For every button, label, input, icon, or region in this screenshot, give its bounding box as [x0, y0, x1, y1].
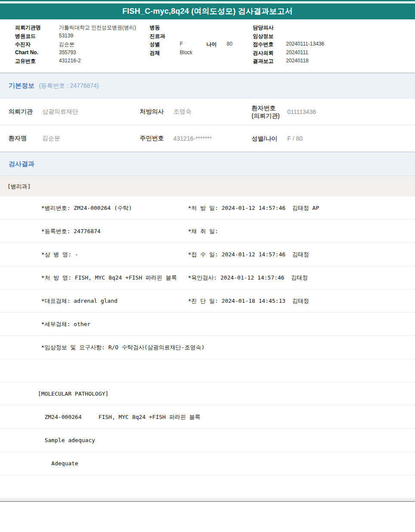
header-row: 수진자 김순분 성별 F 나이 80 접수번호 20240111-13436 — [0, 41, 415, 49]
field-value: 011113436 — [287, 108, 316, 115]
header-row: Chart No. 355793 검체 Block 검사의뢰 20240111 — [0, 49, 415, 58]
result-row: *세부검체: other — [0, 313, 415, 336]
field-label: 수진자 — [15, 41, 31, 48]
result-left-text: *상 병 명: - — [38, 243, 78, 266]
table-row: 환자명 김순분 주민번호 431216-******* 성별/나이 F / 80 — [0, 125, 415, 152]
field-value: 20240111 — [286, 49, 308, 55]
result-row: *등록번호: 24776874 *채 취 일: — [0, 220, 415, 243]
field-label: 환자명 — [9, 135, 27, 142]
header-row: 병원코드 53139 진료과 임상정보 — [0, 33, 415, 41]
header-row: 의뢰기관명 가톨릭대학교 인천성모병원(병리) 병동 담당의사 — [0, 24, 415, 33]
report-page: FISH_C-myc,8q24 (여의도성모) 검사결과보고서 의뢰기관명 가톨… — [0, 0, 415, 532]
field-value: F / 80 — [287, 135, 303, 142]
result-left-text: [MOLECULAR PATHOLOGY] — [38, 382, 108, 405]
field-value: 김순분 — [59, 41, 74, 48]
result-row: *상 병 명: - *접 수 일: 2024-01-12 14:57:46 김태… — [0, 243, 415, 266]
result-row: ZM24-000264 FISH, MYC 8q24 +FISH 파라핀 블록 — [0, 406, 415, 429]
field-label: 담당의사 — [253, 24, 274, 31]
result-left-text: *임상정보 및 요구사항: R/O 수탁검사(삼광의료재단-조영숙) — [38, 336, 205, 359]
result-row: Sample adequacy — [0, 429, 415, 452]
field-label: 의뢰기관 — [9, 108, 33, 116]
result-left-text: *등록번호: 24776874 — [38, 220, 101, 243]
field-value: 53139 — [59, 33, 73, 39]
field-label: Chart No. — [15, 49, 38, 55]
field-value: 가톨릭대학교 인천성모병원(병리) — [59, 24, 136, 31]
field-label: 진료과 — [150, 33, 165, 40]
registration-number: (등록번호 : 24776874) — [39, 82, 98, 89]
field-label: 성별 — [150, 41, 160, 48]
result-left-text: *처 방 명: FISH, MYC 8q24 +FISH 파라핀 블록 — [38, 266, 177, 289]
field-value: 조영숙 — [173, 108, 191, 116]
result-right-text: *육안검사: 2024-01-12 14:57:46 김태정 — [188, 266, 308, 289]
result-row: *병리번호: ZM24-000264 (수탁) *처 방 일: 2024-01-… — [0, 197, 415, 220]
field-label: 결과보고 — [253, 58, 274, 65]
field-label: 처방의사 — [140, 108, 164, 116]
field-label: 나이 — [206, 41, 217, 48]
table-row: 의뢰기관 삼광의료재단 처방의사 조영숙 환자번호 (의뢰기관) 0111134… — [0, 98, 415, 125]
report-title-bar: FISH_C-myc,8q24 (여의도성모) 검사결과보고서 — [0, 3, 415, 19]
result-right-text: *접 수 일: 2024-01-12 14:57:46 김태정 — [188, 243, 309, 266]
field-label: 병동 — [150, 24, 160, 31]
result-left-text: Sample adequacy — [38, 429, 95, 452]
result-left-text: ZM24-000264 FISH, MYC 8q24 +FISH 파라핀 블록 — [38, 406, 200, 428]
header-row: 고유번호 431216-2 결과보고 20240118 — [0, 58, 415, 66]
field-value: 431216-2 — [59, 58, 81, 64]
basic-info-title: 기본정보 — [9, 82, 34, 89]
bottom-band — [0, 498, 415, 502]
field-value: 20240111-13436 — [286, 41, 324, 47]
result-row — [0, 475, 415, 498]
field-label: 임상정보 — [253, 33, 274, 40]
result-row — [0, 359, 415, 382]
field-value: 431216-******* — [173, 135, 212, 142]
result-right-text: *진 단 일: 2024-01-18 14:45:13 김태정 — [188, 289, 309, 312]
result-left-text: *대표검체: adrenal gland — [38, 289, 117, 312]
basic-info-table: 의뢰기관 삼광의료재단 처방의사 조영숙 환자번호 (의뢰기관) 0111134… — [0, 98, 415, 152]
field-label: 접수번호 — [253, 41, 274, 48]
result-right-text: *채 취 일: — [188, 220, 218, 243]
result-row: Adequate — [0, 452, 415, 475]
report-title: FISH_C-myc,8q24 (여의도성모) 검사결과보고서 — [122, 7, 292, 15]
result-row: *대표검체: adrenal gland *진 단 일: 2024-01-18 … — [0, 289, 415, 313]
field-value: Block — [180, 49, 192, 55]
field-value: 김순분 — [42, 135, 60, 142]
result-left-text: Adequate — [38, 452, 78, 475]
field-label: 환자번호 (의뢰기관) — [252, 104, 280, 119]
field-label: 병원코드 — [15, 33, 36, 40]
field-value: 삼광의료재단 — [42, 108, 78, 116]
header-info-block: 의뢰기관명 가톨릭대학교 인천성모병원(병리) 병동 담당의사 병원코드 531… — [0, 24, 415, 73]
field-label: 성별/나이 — [252, 134, 277, 142]
field-label: 검사의뢰 — [253, 49, 274, 57]
result-row: *처 방 명: FISH, MYC 8q24 +FISH 파라핀 블록 *육안검… — [0, 266, 415, 289]
field-label: 검체 — [150, 49, 160, 57]
result-left-text: *세부검체: other — [38, 313, 90, 335]
result-row: [MOLECULAR PATHOLOGY] — [0, 382, 415, 406]
field-value: 20240118 — [286, 58, 309, 64]
department-label: [병리과] — [7, 183, 31, 190]
department-row: [병리과] — [0, 176, 415, 197]
field-label: 고유번호 — [15, 58, 36, 65]
field-value: 80 — [227, 41, 232, 47]
result-row: *임상정보 및 요구사항: R/O 수탁검사(삼광의료재단-조영숙) — [0, 336, 415, 359]
result-right-text: *처 방 일: 2024-01-12 14:57:46 김태정 AP — [188, 197, 319, 219]
field-label: 의뢰기관명 — [15, 24, 41, 31]
results-section-header: 검사결과 — [0, 152, 415, 176]
basic-info-section-header: 기본정보 (등록번호 : 24776874) — [0, 73, 415, 98]
field-label: 주민번호 — [140, 135, 164, 142]
field-value: F — [180, 41, 183, 47]
result-left-text: *병리번호: ZM24-000264 (수탁) — [38, 197, 132, 219]
result-rows: *병리번호: ZM24-000264 (수탁) *처 방 일: 2024-01-… — [0, 197, 415, 498]
field-value: 355793 — [59, 49, 76, 55]
results-title: 검사결과 — [9, 160, 34, 167]
